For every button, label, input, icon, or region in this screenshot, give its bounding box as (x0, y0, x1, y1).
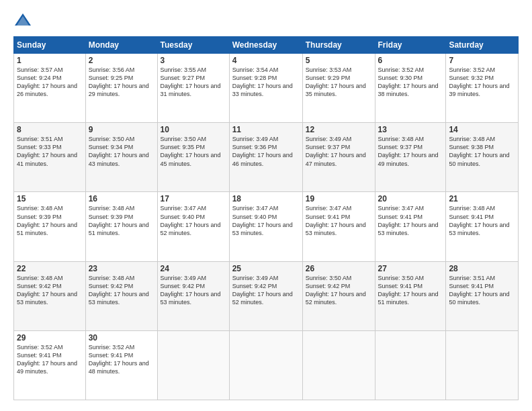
day-number: 10 (161, 125, 226, 134)
logo-icon (13, 11, 32, 30)
day-number: 22 (17, 264, 83, 273)
calendar-cell: 8Sunrise: 3:51 AMSunset: 9:33 PMDaylight… (14, 123, 86, 192)
day-info: Sunrise: 3:47 AMSunset: 9:41 PMDaylight:… (306, 204, 372, 237)
day-number: 19 (306, 194, 372, 203)
calendar-cell: 30Sunrise: 3:52 AMSunset: 9:41 PMDayligh… (85, 330, 157, 400)
weekday-header-wednesday: Wednesday (229, 37, 302, 54)
week-row-4: 22Sunrise: 3:48 AMSunset: 9:42 PMDayligh… (14, 261, 519, 330)
day-info: Sunrise: 3:53 AMSunset: 9:29 PMDaylight:… (306, 66, 372, 99)
day-number: 3 (161, 56, 226, 65)
calendar-cell: 1Sunrise: 3:57 AMSunset: 9:24 PMDaylight… (14, 54, 86, 123)
day-info: Sunrise: 3:50 AMSunset: 9:34 PMDaylight:… (89, 135, 154, 168)
calendar-cell: 11Sunrise: 3:49 AMSunset: 9:36 PMDayligh… (229, 123, 302, 192)
week-row-2: 8Sunrise: 3:51 AMSunset: 9:33 PMDaylight… (14, 123, 519, 192)
calendar-table: SundayMondayTuesdayWednesdayThursdayFrid… (13, 36, 519, 400)
day-number: 8 (17, 125, 83, 134)
calendar-cell (375, 330, 446, 400)
day-number: 12 (306, 125, 372, 134)
page: SundayMondayTuesdayWednesdayThursdayFrid… (0, 0, 532, 411)
day-info: Sunrise: 3:48 AMSunset: 9:39 PMDaylight:… (17, 204, 83, 237)
day-info: Sunrise: 3:52 AMSunset: 9:32 PMDaylight:… (449, 66, 515, 99)
day-info: Sunrise: 3:50 AMSunset: 9:41 PMDaylight:… (378, 274, 443, 307)
calendar-cell: 20Sunrise: 3:47 AMSunset: 9:41 PMDayligh… (375, 192, 446, 261)
calendar-cell: 12Sunrise: 3:49 AMSunset: 9:37 PMDayligh… (302, 123, 375, 192)
week-row-5: 29Sunrise: 3:52 AMSunset: 9:41 PMDayligh… (14, 330, 519, 400)
week-row-1: 1Sunrise: 3:57 AMSunset: 9:24 PMDaylight… (14, 54, 519, 123)
day-number: 18 (232, 194, 300, 203)
day-info: Sunrise: 3:48 AMSunset: 9:38 PMDaylight:… (449, 135, 515, 168)
day-info: Sunrise: 3:57 AMSunset: 9:24 PMDaylight:… (17, 66, 83, 99)
calendar-cell: 16Sunrise: 3:48 AMSunset: 9:39 PMDayligh… (85, 192, 157, 261)
day-number: 16 (89, 194, 154, 203)
day-info: Sunrise: 3:48 AMSunset: 9:42 PMDaylight:… (17, 274, 83, 307)
calendar-cell: 14Sunrise: 3:48 AMSunset: 9:38 PMDayligh… (446, 123, 519, 192)
day-info: Sunrise: 3:48 AMSunset: 9:39 PMDaylight:… (89, 204, 154, 237)
day-info: Sunrise: 3:56 AMSunset: 9:25 PMDaylight:… (89, 66, 154, 99)
calendar-cell: 6Sunrise: 3:52 AMSunset: 9:30 PMDaylight… (375, 54, 446, 123)
day-number: 6 (378, 56, 443, 65)
day-number: 9 (89, 125, 154, 134)
day-info: Sunrise: 3:48 AMSunset: 9:41 PMDaylight:… (449, 204, 515, 237)
day-number: 23 (89, 264, 154, 273)
header (13, 11, 519, 30)
day-info: Sunrise: 3:50 AMSunset: 9:42 PMDaylight:… (306, 274, 372, 307)
calendar-cell: 29Sunrise: 3:52 AMSunset: 9:41 PMDayligh… (14, 330, 86, 400)
day-number: 4 (232, 56, 300, 65)
calendar-cell: 19Sunrise: 3:47 AMSunset: 9:41 PMDayligh… (302, 192, 375, 261)
day-info: Sunrise: 3:49 AMSunset: 9:42 PMDaylight:… (161, 274, 226, 307)
day-info: Sunrise: 3:48 AMSunset: 9:37 PMDaylight:… (378, 135, 443, 168)
calendar-cell: 17Sunrise: 3:47 AMSunset: 9:40 PMDayligh… (157, 192, 229, 261)
weekday-header-friday: Friday (375, 37, 446, 54)
calendar-cell (302, 330, 375, 400)
calendar-cell: 5Sunrise: 3:53 AMSunset: 9:29 PMDaylight… (302, 54, 375, 123)
calendar-cell: 21Sunrise: 3:48 AMSunset: 9:41 PMDayligh… (446, 192, 519, 261)
day-info: Sunrise: 3:51 AMSunset: 9:33 PMDaylight:… (17, 135, 83, 168)
weekday-header-row: SundayMondayTuesdayWednesdayThursdayFrid… (14, 37, 519, 54)
day-number: 28 (449, 264, 515, 273)
logo (13, 11, 35, 30)
day-number: 5 (306, 56, 372, 65)
day-info: Sunrise: 3:49 AMSunset: 9:36 PMDaylight:… (232, 135, 300, 168)
calendar-cell: 7Sunrise: 3:52 AMSunset: 9:32 PMDaylight… (446, 54, 519, 123)
day-number: 2 (89, 56, 154, 65)
calendar-cell: 9Sunrise: 3:50 AMSunset: 9:34 PMDaylight… (85, 123, 157, 192)
calendar-cell: 28Sunrise: 3:51 AMSunset: 9:41 PMDayligh… (446, 261, 519, 330)
day-info: Sunrise: 3:49 AMSunset: 9:37 PMDaylight:… (306, 135, 372, 168)
day-number: 25 (232, 264, 300, 273)
calendar-cell: 15Sunrise: 3:48 AMSunset: 9:39 PMDayligh… (14, 192, 86, 261)
day-info: Sunrise: 3:47 AMSunset: 9:40 PMDaylight:… (232, 204, 300, 237)
calendar-cell: 26Sunrise: 3:50 AMSunset: 9:42 PMDayligh… (302, 261, 375, 330)
day-number: 7 (449, 56, 515, 65)
calendar-cell: 3Sunrise: 3:55 AMSunset: 9:27 PMDaylight… (157, 54, 229, 123)
calendar-cell: 23Sunrise: 3:48 AMSunset: 9:42 PMDayligh… (85, 261, 157, 330)
day-number: 1 (17, 56, 83, 65)
day-info: Sunrise: 3:51 AMSunset: 9:41 PMDaylight:… (449, 274, 515, 307)
calendar-cell (446, 330, 519, 400)
day-info: Sunrise: 3:52 AMSunset: 9:41 PMDaylight:… (17, 343, 83, 376)
weekday-header-tuesday: Tuesday (157, 37, 229, 54)
day-number: 17 (161, 194, 226, 203)
day-number: 30 (89, 333, 154, 342)
week-row-3: 15Sunrise: 3:48 AMSunset: 9:39 PMDayligh… (14, 192, 519, 261)
day-info: Sunrise: 3:48 AMSunset: 9:42 PMDaylight:… (89, 274, 154, 307)
calendar-cell: 24Sunrise: 3:49 AMSunset: 9:42 PMDayligh… (157, 261, 229, 330)
calendar-cell (229, 330, 302, 400)
weekday-header-saturday: Saturday (446, 37, 519, 54)
day-number: 27 (378, 264, 443, 273)
day-info: Sunrise: 3:47 AMSunset: 9:41 PMDaylight:… (378, 204, 443, 237)
day-number: 11 (232, 125, 300, 134)
weekday-header-sunday: Sunday (14, 37, 86, 54)
day-number: 13 (378, 125, 443, 134)
day-info: Sunrise: 3:49 AMSunset: 9:42 PMDaylight:… (232, 274, 300, 307)
day-number: 29 (17, 333, 83, 342)
calendar-cell: 2Sunrise: 3:56 AMSunset: 9:25 PMDaylight… (85, 54, 157, 123)
calendar-cell: 27Sunrise: 3:50 AMSunset: 9:41 PMDayligh… (375, 261, 446, 330)
weekday-header-thursday: Thursday (302, 37, 375, 54)
calendar-cell: 25Sunrise: 3:49 AMSunset: 9:42 PMDayligh… (229, 261, 302, 330)
day-info: Sunrise: 3:52 AMSunset: 9:41 PMDaylight:… (89, 343, 154, 376)
day-info: Sunrise: 3:47 AMSunset: 9:40 PMDaylight:… (161, 204, 226, 237)
calendar-cell (157, 330, 229, 400)
day-number: 24 (161, 264, 226, 273)
day-info: Sunrise: 3:54 AMSunset: 9:28 PMDaylight:… (232, 66, 300, 99)
day-info: Sunrise: 3:52 AMSunset: 9:30 PMDaylight:… (378, 66, 443, 99)
